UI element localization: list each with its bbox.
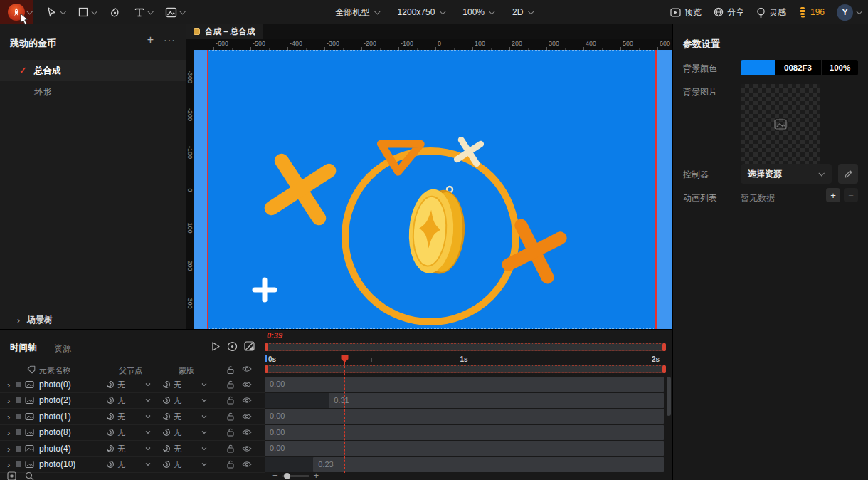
track-bar[interactable]: 0.00 xyxy=(265,409,664,424)
track-bar[interactable]: 0.31 xyxy=(329,393,664,408)
canvas-viewport[interactable]: -300-200-1000100200300 xyxy=(186,50,672,329)
work-area-bar[interactable] xyxy=(265,343,666,351)
track-bar[interactable]: 0.00 xyxy=(265,425,664,440)
expand-chevron-icon[interactable]: › xyxy=(7,443,10,454)
parent-value[interactable]: 无 xyxy=(117,379,125,390)
select-tool[interactable] xyxy=(41,0,69,24)
composition-tab[interactable]: 合成 – 总合成 xyxy=(186,24,263,39)
timeline-scrollbar[interactable] xyxy=(667,377,671,416)
mode-selector[interactable]: 2D xyxy=(512,7,532,17)
chevron-down-icon[interactable] xyxy=(145,447,151,450)
expand-chevron-icon[interactable]: › xyxy=(7,459,10,470)
playhead-line[interactable] xyxy=(344,362,345,473)
frame-fit-icon[interactable] xyxy=(7,471,16,480)
eye-icon[interactable] xyxy=(242,445,252,452)
timeline-row[interactable]: › photo(8) 无 无 xyxy=(0,425,265,442)
tab-resources[interactable]: 资源 xyxy=(54,343,71,355)
bg-image-dropzone[interactable] xyxy=(741,84,820,164)
controller-dropdown[interactable]: 选择资源 xyxy=(741,164,832,184)
mask-value[interactable]: 无 xyxy=(174,443,181,454)
work-area-bar-2[interactable] xyxy=(265,365,666,373)
track-row[interactable]: 0.31 xyxy=(265,393,664,408)
track-row[interactable]: 0.00 xyxy=(265,377,664,392)
inspiration-button[interactable]: 灵感 xyxy=(756,6,786,19)
eye-icon[interactable] xyxy=(242,381,252,388)
mask-value[interactable]: 无 xyxy=(174,411,181,422)
parent-value[interactable]: 无 xyxy=(117,427,125,438)
chevron-down-icon[interactable] xyxy=(201,382,207,386)
add-animation-button[interactable]: + xyxy=(826,188,840,202)
expand-chevron-icon[interactable]: › xyxy=(7,411,10,422)
composition-item[interactable]: ✓总合成 xyxy=(0,60,186,81)
shape-tool[interactable] xyxy=(73,0,100,24)
expand-chevron-icon[interactable]: › xyxy=(7,427,10,438)
scene-tree-section[interactable]: › 场景树 xyxy=(0,311,186,329)
edit-controller-button[interactable] xyxy=(838,164,858,184)
bg-color-swatch[interactable] xyxy=(741,60,775,75)
zoom-slider-knob[interactable] xyxy=(284,473,290,479)
chevron-down-icon[interactable] xyxy=(145,463,151,466)
chevron-down-icon[interactable] xyxy=(201,431,207,434)
timeline-row[interactable]: › photo(2) 无 无 xyxy=(0,393,265,409)
eye-icon[interactable] xyxy=(242,461,252,468)
mask-value[interactable]: 无 xyxy=(174,427,181,438)
zoom-selector[interactable]: 100% xyxy=(462,7,494,17)
timeline-zoom-control[interactable]: − + xyxy=(272,472,319,479)
avatar[interactable]: Y xyxy=(837,4,853,21)
lock-icon[interactable] xyxy=(226,444,235,453)
chevron-down-icon[interactable] xyxy=(145,431,151,434)
resolution-selector[interactable]: 1200x750 xyxy=(398,7,445,17)
parent-value[interactable]: 无 xyxy=(117,395,125,406)
account-menu[interactable]: Y xyxy=(837,4,861,21)
expand-chevron-icon[interactable]: › xyxy=(7,395,10,406)
track-bar[interactable]: 0.23 xyxy=(313,457,664,472)
composition-item[interactable]: 环形 xyxy=(0,81,186,103)
more-options-icon[interactable]: ··· xyxy=(164,34,176,46)
record-keyframe-button[interactable] xyxy=(227,341,238,352)
tab-timeline[interactable]: 时间轴 xyxy=(10,342,37,354)
chevron-down-icon[interactable] xyxy=(201,447,207,450)
lock-icon[interactable] xyxy=(226,396,235,405)
gold-coin-shape[interactable] xyxy=(406,188,467,276)
chevron-down-icon[interactable] xyxy=(147,9,153,14)
eye-icon[interactable] xyxy=(242,413,252,420)
lock-icon[interactable] xyxy=(226,380,235,389)
track-row[interactable]: 0.23 xyxy=(265,457,664,472)
track-row[interactable]: 0.00 xyxy=(265,441,664,456)
eye-icon[interactable] xyxy=(242,429,252,436)
timeline-row[interactable]: › photo(1) 无 无 xyxy=(0,409,265,425)
lock-icon[interactable] xyxy=(226,365,235,375)
credits-indicator[interactable]: 196 xyxy=(798,6,825,18)
parent-value[interactable]: 无 xyxy=(117,411,125,422)
share-button[interactable]: 分享 xyxy=(714,6,744,19)
expand-chevron-icon[interactable]: › xyxy=(17,315,20,325)
eye-icon[interactable] xyxy=(242,397,252,404)
add-composition-icon[interactable]: + xyxy=(147,34,154,46)
bg-color-control[interactable]: 0082F3 100% xyxy=(741,60,858,75)
mask-value[interactable]: 无 xyxy=(174,459,181,470)
bg-color-hex-value[interactable]: 0082F3 xyxy=(775,60,821,75)
lock-icon[interactable] xyxy=(226,460,235,469)
preview-button[interactable]: 预览 xyxy=(670,6,702,19)
search-icon[interactable] xyxy=(25,471,34,480)
timeline-row[interactable]: › photo(10) 无 无 xyxy=(0,457,265,474)
mask-view-button[interactable] xyxy=(244,341,255,351)
chevron-down-icon[interactable] xyxy=(179,9,185,14)
play-button[interactable] xyxy=(211,341,221,352)
track-row[interactable]: 0.00 xyxy=(265,409,664,424)
track-row[interactable]: 0.00 xyxy=(265,425,664,440)
mask-value[interactable]: 无 xyxy=(174,379,181,390)
zoom-in-icon[interactable]: + xyxy=(314,472,319,479)
zoom-slider[interactable] xyxy=(282,475,309,477)
chevron-down-icon[interactable] xyxy=(201,399,207,402)
parent-value[interactable]: 无 xyxy=(117,443,125,454)
chevron-down-icon[interactable] xyxy=(145,382,151,386)
chevron-down-icon[interactable] xyxy=(91,9,97,14)
timeline-row[interactable]: › photo(0) 无 无 xyxy=(0,377,265,393)
remove-animation-button[interactable]: − xyxy=(844,188,858,202)
chevron-down-icon[interactable] xyxy=(201,463,207,466)
chevron-down-icon[interactable] xyxy=(145,399,151,402)
white-plus-shape[interactable] xyxy=(255,280,275,300)
track-bar[interactable]: 0.00 xyxy=(265,377,664,392)
mask-value[interactable]: 无 xyxy=(174,395,181,406)
